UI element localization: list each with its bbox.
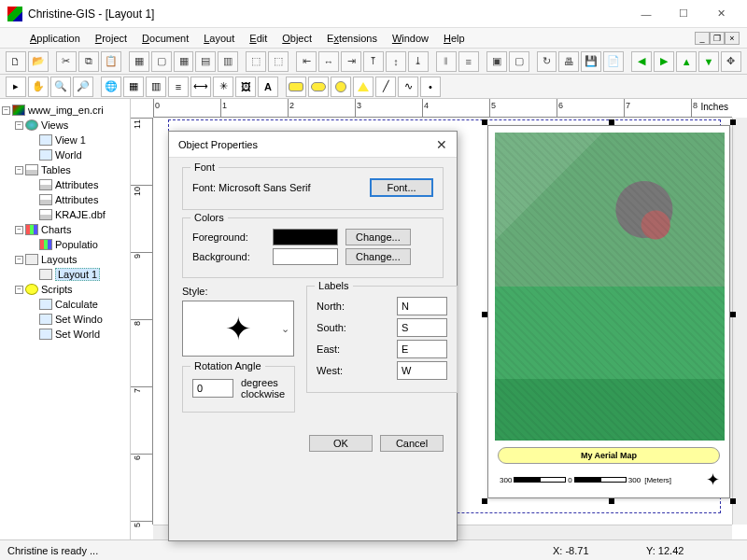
vscrollbar[interactable] (732, 118, 747, 525)
mdi-restore[interactable]: ❐ (710, 32, 725, 45)
style-select[interactable]: ✦ ⌄ (182, 301, 294, 357)
tree-layouts[interactable]: Layouts (41, 254, 78, 265)
tree-pop[interactable]: Populatio (55, 239, 98, 250)
menu-layout[interactable]: Layout (198, 31, 240, 46)
tree-attr1[interactable]: Attributes (55, 179, 98, 190)
tree-setwnd[interactable]: Set Windo (55, 314, 103, 325)
tree-calc[interactable]: Calculate (55, 299, 98, 310)
tree-view1[interactable]: View 1 (55, 134, 86, 146)
menu-edit[interactable]: Edit (244, 31, 273, 46)
scalebar[interactable]: 300 0 300 [Meters] (498, 476, 673, 484)
project-tree[interactable]: −www_img_en.cri −Views View 1 World −Tab… (0, 99, 131, 539)
ok-button[interactable]: OK (309, 435, 373, 452)
draw-polyline[interactable]: ∿ (398, 77, 418, 97)
tree-kraje[interactable]: KRAJE.dbf (55, 209, 106, 220)
zoom-in-tool[interactable]: 🔍 (50, 77, 71, 97)
east-input[interactable] (397, 340, 447, 358)
tree-charts[interactable]: Charts (41, 224, 71, 235)
tree-world[interactable]: World (55, 149, 82, 161)
copy-button[interactable]: ⧉ (78, 51, 99, 72)
align-c[interactable]: ↔ (318, 51, 339, 72)
insert-chart[interactable]: ▥ (146, 77, 166, 97)
dialog-titlebar[interactable]: Object Properties ✕ (169, 132, 457, 158)
close-button[interactable]: ✕ (702, 3, 740, 25)
align-b[interactable]: ⤓ (408, 51, 429, 72)
nav-right[interactable]: ▶ (654, 51, 674, 72)
front-button[interactable]: ▣ (486, 51, 507, 72)
tree-scripts[interactable]: Scripts (41, 284, 73, 295)
north-arrow-icon[interactable]: ✦ (706, 469, 720, 490)
south-input[interactable] (397, 318, 447, 337)
back-button[interactable]: ▢ (509, 51, 529, 72)
minimize-button[interactable]: — (627, 3, 665, 25)
draw-rect[interactable] (286, 77, 306, 97)
draw-roundrect[interactable] (308, 77, 329, 97)
page-setup[interactable]: 📄 (603, 51, 624, 72)
tool-c[interactable]: ▦ (174, 51, 194, 72)
maximize-button[interactable]: ☐ (665, 3, 702, 25)
nav-down[interactable]: ▼ (698, 51, 719, 72)
insert-north[interactable]: ✳ (213, 77, 233, 97)
nav-up[interactable]: ▲ (676, 51, 697, 72)
tree-attr2[interactable]: Attributes (55, 194, 98, 205)
export-button[interactable]: 💾 (581, 51, 601, 72)
tree-tables[interactable]: Tables (41, 164, 71, 175)
menu-window[interactable]: Window (387, 31, 434, 46)
print-button[interactable]: 🖶 (558, 51, 579, 72)
tree-views[interactable]: Views (41, 119, 68, 131)
tree-setworld[interactable]: Set World (55, 329, 100, 340)
group-button[interactable]: ⬚ (246, 51, 266, 72)
menu-application[interactable]: Application (24, 31, 86, 46)
menu-extensions[interactable]: Extensions (321, 31, 383, 46)
paste-button[interactable]: 📋 (101, 51, 121, 72)
pointer-tool[interactable]: ▸ (6, 77, 26, 97)
menu-project[interactable]: Project (90, 31, 133, 46)
align-l[interactable]: ⇤ (296, 51, 317, 72)
align-m[interactable]: ↕ (386, 51, 406, 72)
tool-b[interactable]: ▢ (151, 51, 172, 72)
pan-tool[interactable]: ✋ (28, 77, 49, 97)
background-change-button[interactable]: Change... (345, 248, 411, 265)
insert-text[interactable]: A (258, 77, 278, 97)
menu-object[interactable]: Object (276, 31, 317, 46)
menu-document[interactable]: Document (136, 31, 194, 46)
map-frame[interactable]: My Aerial Map 300 0 300 [Meters] ✦ (487, 125, 730, 498)
foreground-change-button[interactable]: Change... (345, 229, 411, 245)
mdi-close[interactable]: × (725, 32, 740, 45)
dialog-close-icon[interactable]: ✕ (436, 137, 447, 152)
tool-d[interactable]: ▤ (195, 51, 216, 72)
north-input[interactable] (397, 297, 447, 315)
tool-a[interactable]: ▦ (129, 51, 149, 72)
ungroup-button[interactable]: ⬚ (268, 51, 289, 72)
new-button[interactable]: 🗋 (6, 51, 26, 72)
zoom-out-tool[interactable]: 🔎 (73, 77, 93, 97)
insert-scalebar[interactable]: ⟷ (190, 77, 211, 97)
cancel-button[interactable]: Cancel (380, 435, 444, 452)
insert-image[interactable]: 🖼 (235, 77, 256, 97)
tree-layout1[interactable]: Layout 1 (55, 268, 100, 281)
refresh-button[interactable]: ↻ (537, 51, 557, 72)
tool-e[interactable]: ▥ (218, 51, 238, 72)
align-t[interactable]: ⤒ (363, 51, 384, 72)
insert-table[interactable]: ▦ (123, 77, 144, 97)
draw-point[interactable]: • (420, 77, 441, 97)
map-title[interactable]: My Aerial Map (498, 447, 720, 464)
dist-h[interactable]: ⫴ (436, 51, 457, 72)
tree-root[interactable]: www_img_en.cri (28, 105, 104, 116)
draw-line[interactable]: ╱ (375, 77, 396, 97)
fit-button[interactable]: ✥ (721, 51, 741, 72)
align-r[interactable]: ⇥ (341, 51, 361, 72)
menu-help[interactable]: Help (438, 31, 471, 46)
draw-circle[interactable] (331, 77, 351, 97)
dist-v[interactable]: ≡ (458, 51, 479, 72)
west-input[interactable] (397, 361, 447, 380)
open-button[interactable]: 📂 (28, 51, 49, 72)
insert-legend[interactable]: ≡ (168, 77, 189, 97)
font-button[interactable]: Font... (370, 178, 433, 197)
insert-view[interactable]: 🌐 (101, 77, 121, 97)
cut-button[interactable]: ✂ (56, 51, 77, 72)
mdi-minimize[interactable]: _ (695, 32, 710, 45)
rotation-input[interactable] (192, 379, 233, 398)
draw-polygon[interactable] (353, 77, 374, 97)
nav-left[interactable]: ◀ (631, 51, 652, 72)
